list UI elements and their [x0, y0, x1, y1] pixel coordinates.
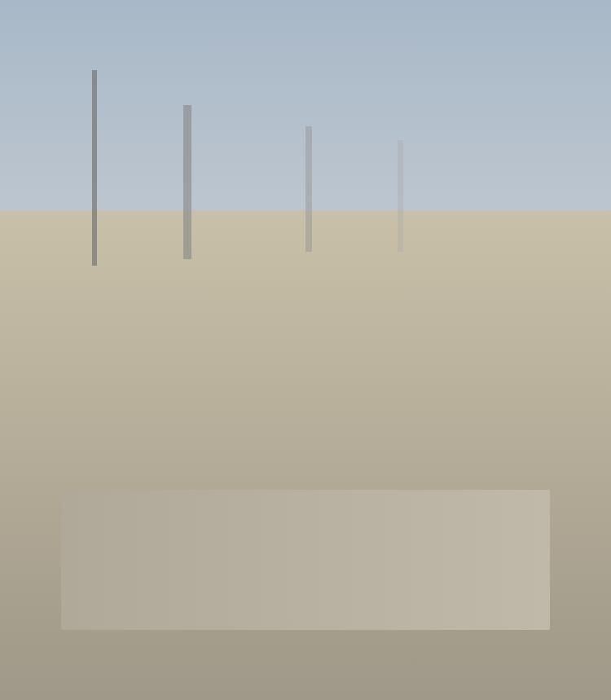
main-panel: Wallpaper — [179, 31, 611, 700]
panel-body: IMG_3756 Fill Screen ⌃⌄ Light & Dark Wal… — [179, 186, 611, 663]
system-preferences-window: 🔍 🌙 Focus ⏱ Screen Time ⚙ General ◐ Appe… — [0, 0, 611, 700]
cleanup-crew-preview — [197, 537, 251, 607]
main-content: 🔍 🌙 Focus ⏱ Screen Time ⚙ General ◐ Appe… — [0, 31, 611, 700]
cleanup-crew-thumb[interactable] — [196, 535, 253, 609]
cleanup-crew-section: 📁 Clean-Up Crew — [196, 512, 595, 609]
